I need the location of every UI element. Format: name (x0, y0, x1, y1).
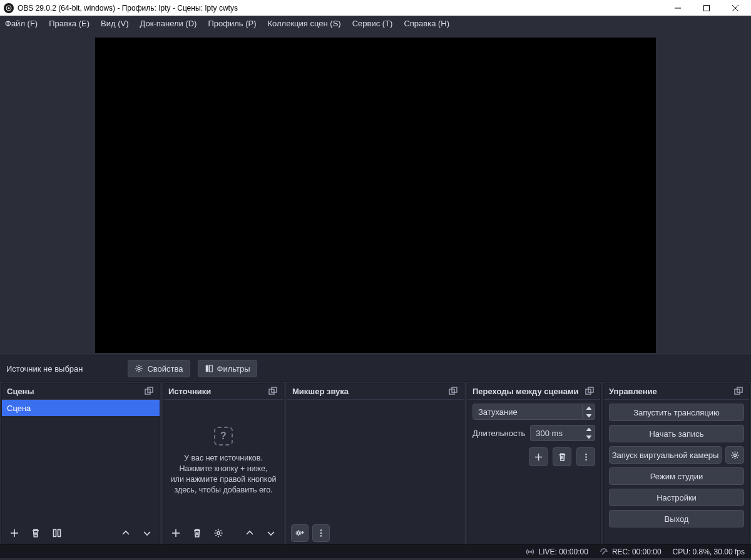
no-source-label: Источник не выбран (6, 364, 83, 374)
svg-point-38 (585, 459, 586, 460)
status-network: LIVE: 00:00:00 (526, 547, 588, 556)
maximize-button[interactable] (692, 0, 721, 16)
controls-dock: Управление Запустить трансляцию Начать з… (603, 383, 750, 544)
filters-button[interactable]: Фильтры (198, 360, 257, 377)
remove-transition-button[interactable] (553, 447, 571, 466)
remove-source-button[interactable] (188, 524, 206, 542)
properties-label: Свойства (147, 364, 183, 374)
menu-file[interactable]: Файл (F) (5, 19, 38, 28)
exit-button[interactable]: Выход (609, 510, 744, 527)
svg-point-25 (320, 529, 322, 531)
menu-tools[interactable]: Сервис (T) (352, 19, 393, 28)
status-rec-label: REC: 00:00:00 (612, 547, 662, 556)
sources-dock: Источники ? У вас нет источников. Нажмит… (163, 383, 284, 544)
menu-docks[interactable]: Док-панели (D) (140, 19, 197, 28)
statusbar: LIVE: 00:00:00 REC: 00:00:00 CPU: 0.8%, … (0, 544, 751, 558)
scenes-footer (2, 522, 160, 544)
svg-rect-14 (58, 530, 61, 537)
svg-rect-3 (704, 5, 710, 11)
popout-icon[interactable] (268, 387, 278, 397)
popout-icon[interactable] (449, 387, 459, 397)
sources-title: Источники (168, 387, 211, 396)
controls-header: Управление (604, 384, 749, 400)
scene-item-active[interactable]: Сцена (2, 400, 160, 416)
transition-select[interactable]: Затухание (473, 404, 595, 420)
menu-profile[interactable]: Профиль (P) (208, 19, 256, 28)
scene-down-button[interactable] (138, 524, 156, 542)
status-live-label: LIVE: 00:00:00 (538, 547, 588, 556)
mixer-menu-button[interactable] (312, 524, 330, 542)
add-source-button[interactable] (167, 524, 185, 542)
scenes-header: Сцены (2, 384, 160, 400)
caret-down-icon (586, 414, 591, 417)
scenes-title: Сцены (7, 387, 34, 396)
gear-icon (135, 364, 143, 373)
sources-list[interactable]: ? У вас нет источников. Нажмите кнопку +… (163, 400, 284, 522)
minimize-button[interactable] (663, 0, 692, 16)
status-cpu-label: CPU: 0.8%, 30.00 fps (673, 547, 745, 556)
scene-up-button[interactable] (117, 524, 135, 542)
add-scene-button[interactable] (6, 524, 23, 542)
transition-select-spinner[interactable] (583, 404, 595, 420)
svg-rect-7 (205, 365, 208, 372)
mixer-advanced-button[interactable] (291, 524, 309, 542)
popout-icon[interactable] (145, 387, 155, 397)
close-button[interactable] (721, 0, 750, 16)
virtual-cam-settings-button[interactable] (725, 446, 744, 464)
properties-button[interactable]: Свойства (128, 360, 190, 377)
start-streaming-button[interactable]: Запустить трансляцию (609, 404, 744, 421)
remove-scene-button[interactable] (27, 524, 44, 542)
chevron-down-icon (266, 528, 276, 538)
scenes-list[interactable]: Сцена (2, 400, 160, 522)
titlebar: OBS 29.0.2 (64-bit, windows) - Профиль: … (0, 0, 751, 16)
source-settings-button[interactable] (210, 524, 227, 542)
menu-view[interactable]: Вид (V) (101, 19, 128, 28)
caret-up-icon (586, 407, 591, 410)
menu-help[interactable]: Справка (H) (404, 19, 449, 28)
transitions-title: Переходы между сценами (473, 387, 579, 396)
duration-value: 300 ms (530, 425, 583, 441)
mixer-footer (287, 522, 464, 544)
obs-logo-icon (4, 3, 14, 13)
source-down-button[interactable] (262, 524, 280, 542)
svg-point-37 (585, 456, 586, 457)
svg-point-36 (585, 454, 586, 455)
plus-icon (9, 528, 19, 538)
source-toolbar: Источник не выбран Свойства Фильтры (0, 355, 751, 382)
menu-scene-collection[interactable]: Коллекция сцен (S) (268, 19, 341, 28)
svg-point-41 (733, 454, 736, 456)
svg-marker-30 (586, 407, 591, 410)
transition-menu-button[interactable] (576, 447, 595, 466)
chevron-up-icon (245, 528, 255, 538)
plus-icon (171, 528, 181, 538)
transitions-header: Переходы между сценами (467, 384, 600, 400)
settings-button[interactable]: Настройки (609, 489, 744, 506)
preview-canvas[interactable] (95, 38, 656, 353)
scene-filter-button[interactable] (48, 524, 66, 542)
mixer-body[interactable] (287, 400, 464, 522)
status-rec: REC: 00:00:00 (600, 547, 662, 556)
add-transition-button[interactable] (529, 447, 548, 466)
menubar: Файл (F) Правка (E) Вид (V) Док-панели (… (0, 16, 751, 31)
transition-buttons (473, 447, 595, 466)
controls-title: Управление (609, 387, 657, 396)
duration-spinner[interactable] (583, 425, 595, 441)
menu-edit[interactable]: Правка (E) (49, 19, 89, 28)
sources-empty-state: ? У вас нет источников. Нажмите кнопку +… (163, 400, 284, 522)
start-recording-button[interactable]: Начать запись (609, 425, 744, 442)
trash-icon (558, 452, 567, 462)
caret-down-icon (586, 435, 591, 439)
duration-input[interactable]: 300 ms (530, 425, 595, 441)
source-up-button[interactable] (241, 524, 258, 542)
popout-icon[interactable] (585, 387, 595, 397)
studio-mode-button[interactable]: Режим студии (609, 467, 744, 485)
window-title: OBS 29.0.2 (64-bit, windows) - Профиль: … (18, 4, 238, 13)
popout-icon[interactable] (734, 387, 744, 397)
gear-icon (730, 451, 740, 460)
grid-icon (52, 528, 62, 538)
transitions-body: Затухание Длительность 300 ms (467, 400, 600, 470)
start-virtual-cam-button[interactable]: Запуск виртуальной камеры (609, 446, 722, 464)
scenes-dock: Сцены Сцена (1, 383, 160, 544)
trash-icon (192, 528, 202, 538)
kebab-icon (581, 452, 591, 462)
